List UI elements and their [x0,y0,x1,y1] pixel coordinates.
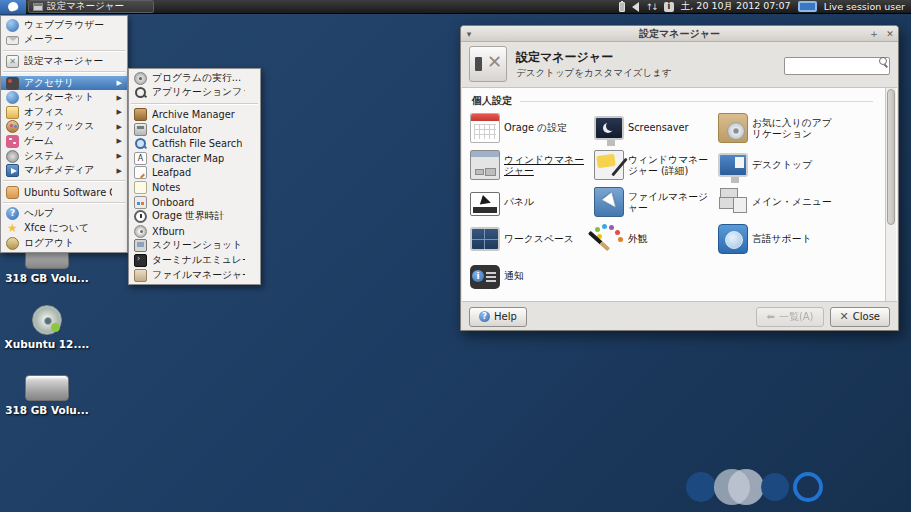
applications-menu: ウェブブラウザー ▶ メーラー ▶ ▶ 設定マネージャー ▶ ▶ アクセサリ ▶… [0,15,128,253]
settings-item[interactable]: 外観 [594,221,716,257]
submenu-item-label: アプリケーションファインダー [152,86,245,99]
back-arrow-icon: ⬅ [766,311,774,322]
help-button[interactable]: ? Help [469,307,527,327]
menu-item[interactable]: メーラー ▶ [1,33,127,48]
submenu-item[interactable]: アプリケーションファインダー ▶ [129,86,260,101]
window-header: 設定マネージャー デスクトップをカスタマイズします [461,42,898,86]
submenu-item[interactable]: Onboard ▶ [129,195,260,210]
menu-item[interactable]: グラフィックス ▶ [1,120,127,135]
menu-item[interactable]: ヘルプ ▶ [1,207,127,222]
mailer-icon [6,36,19,45]
submenu-item[interactable]: Catfish File Search ▶ [129,136,260,151]
submenu-arrow-icon: ▶ [117,152,122,160]
submenu-item-label: Notes [152,182,180,193]
settings-item-label: 言語サポート [752,233,811,244]
settings-item[interactable]: Screensaver [594,110,716,146]
settings-item[interactable]: 通知 [470,258,592,294]
games-icon [6,135,19,148]
settings-item[interactable]: デスクトップ [718,147,840,183]
settings-item[interactable]: パネル [470,184,592,220]
submenu-item[interactable]: Leafpad ▶ [129,166,260,181]
menu-separator: ▶ [1,69,127,76]
settings-item[interactable]: ファイルマネージャー [594,184,716,220]
menu-item-label: マルチメディア [24,164,94,177]
settings-manager-icon [6,55,19,68]
menu-item[interactable]: ウェブブラウザー ▶ [1,18,127,33]
menu-item[interactable]: Ubuntu Software Center ▶ [1,185,127,200]
submenu-item-label: Archive Manager [152,109,235,120]
taskbar-item-label: 設定マネージャー [47,0,124,13]
submenu-item[interactable]: Calculator ▶ [129,122,260,137]
submenu-arrow-icon: ▶ [117,167,122,175]
accessories-submenu: プログラムの実行... ▶ アプリケーションファインダー ▶ ▶ Archive… [128,68,261,285]
close-dialog-button[interactable]: ✕ Close [830,307,890,327]
multimedia-icon [6,164,19,177]
archive-icon [134,108,147,121]
volume-icon[interactable] [632,2,639,12]
menu-item[interactable]: ゲーム ▶ [1,134,127,149]
maximize-button[interactable]: + [866,26,882,42]
submenu-item-label: Xfburn [152,226,185,237]
notifications-icon [470,265,500,289]
taskbar-item-settings-manager[interactable]: 設定マネージャー [28,0,154,13]
workspaces-icon [470,227,500,251]
scrollbar-thumb[interactable] [887,89,895,225]
battery-icon[interactable] [619,2,625,12]
window-titlebar[interactable]: ▾ 設定マネージャー + ✕ [461,26,898,42]
menu-item-label: システム [24,150,64,163]
submenu-item[interactable]: ファイルマネージャー ▶ [129,268,260,283]
cd-icon [32,305,62,335]
desktop-icon[interactable]: Xubuntu 12.... [4,305,90,350]
session-user-label[interactable]: Live session user [824,1,905,12]
dialog-title: 設定マネージャー [516,49,672,66]
menu-item-label: ヘルプ [24,207,54,220]
submenu-item[interactable]: ターミナルエミュレーター ▶ [129,253,260,268]
display-icon[interactable] [798,1,817,12]
vertical-scrollbar[interactable] [885,88,896,301]
submenu-item[interactable]: Archive Manager ▶ [129,107,260,122]
shade-button[interactable]: ▾ [461,26,477,42]
settings-item[interactable]: メイン・メニュー [718,184,840,220]
settings-item[interactable]: ワークスペース [470,221,592,257]
drive-icon [25,375,69,401]
menu-item[interactable]: アクセサリ ▶ [1,76,127,91]
menu-item[interactable]: マルチメディア ▶ [1,163,127,178]
clock[interactable]: 土, 20 10月 2012 07:07 [681,0,791,13]
settings-item[interactable]: ウィンドウマネージャー [470,147,592,183]
search-input[interactable] [784,57,890,75]
settings-item-label: ウィンドウマネージャー (詳細) [628,154,716,177]
wallpaper-circle [728,469,764,505]
menu-item-label: ウェブブラウザー [24,19,104,32]
menu-item-label: Xfce について [24,222,89,235]
close-button[interactable]: ✕ [882,26,898,42]
settings-item[interactable]: 言語サポート [718,221,840,257]
submenu-item[interactable]: Character Map ▶ [129,151,260,166]
main-menu-icon [718,187,748,217]
menu-item[interactable]: システム ▶ [1,149,127,164]
desktop-icon[interactable]: 318 GB Volu... [4,375,90,416]
menu-item[interactable]: 設定マネージャー ▶ [1,54,127,69]
menu-item[interactable]: オフィス ▶ [1,105,127,120]
catfish-icon [134,137,147,150]
submenu-arrow-icon: ▶ [117,123,122,131]
menu-item[interactable]: インターネット ▶ [1,90,127,105]
submenu-item[interactable]: プログラムの実行... ▶ [129,71,260,86]
menu-item[interactable]: Xfce について ▶ [1,221,127,236]
submenu-item[interactable]: Xfburn ▶ [129,224,260,239]
menu-item-label: インターネット [24,91,94,104]
menu-separator: ▶ [129,100,260,107]
network-arrows-icon[interactable]: ↑↓ [646,2,657,12]
menu-item[interactable]: ログアウト ▶ [1,236,127,251]
xfce-mouse-icon [7,1,19,13]
submenu-item[interactable]: Notes ▶ [129,180,260,195]
settings-item[interactable]: お気に入りのアプリケーション [718,110,840,146]
overview-button[interactable]: ⬅ 一覧(A) [756,307,823,327]
submenu-item[interactable]: Orage 世界時計 ▶ [129,209,260,224]
notification-icon[interactable]: i [664,2,674,12]
settings-item[interactable]: ウィンドウマネージャー (詳細) [594,147,716,183]
applications-menu-button[interactable] [0,0,26,14]
settings-grid: Orage の設定 Screensaver お気に入りのアプリケーション ウィン… [470,110,871,301]
submenu-item[interactable]: スクリーンショット ▶ [129,239,260,254]
screensaver-icon [594,116,624,140]
settings-item[interactable]: Orage の設定 [470,110,592,146]
